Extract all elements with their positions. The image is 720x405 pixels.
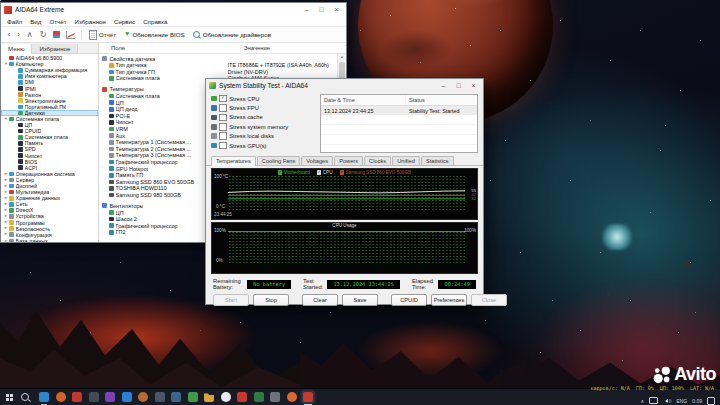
taskbar-app-11[interactable]: [221, 392, 231, 402]
log-col-datetime[interactable]: Date & Time: [321, 95, 406, 105]
checkbox[interactable]: [219, 142, 227, 150]
taskbar-app-5[interactable]: [105, 392, 115, 402]
sensor-properties-icon: [102, 56, 107, 61]
checkbox[interactable]: [219, 114, 227, 122]
clock[interactable]: 0:09: [692, 398, 702, 404]
legend-item[interactable]: ✓Samsung SSD 860 EVO 500GB: [340, 170, 412, 175]
sst-button-stop[interactable]: Stop: [253, 294, 289, 306]
taskbar-app-10[interactable]: [188, 392, 198, 402]
y-axis-max-label: 100 °C: [214, 175, 228, 180]
config-icon: [9, 232, 14, 237]
taskbar-app-9[interactable]: [171, 392, 181, 402]
language-indicator[interactable]: ENG: [676, 398, 687, 404]
kpi-panel-icon[interactable]: [53, 31, 60, 38]
menu-item-Избранное[interactable]: Избранное: [71, 18, 110, 25]
sst-close-button[interactable]: ×: [466, 80, 481, 91]
taskbar-app-4[interactable]: [89, 392, 99, 402]
legend-item[interactable]: ✓CPU: [317, 170, 333, 175]
sst-button-cpuid[interactable]: CPUID: [391, 294, 427, 306]
menu-item-Сервис[interactable]: Сервис: [110, 18, 139, 25]
sst-tab-Powers[interactable]: Powers: [334, 156, 363, 165]
close-button[interactable]: ×: [329, 4, 344, 15]
log-col-status[interactable]: Status: [406, 95, 428, 105]
start-button[interactable]: [6, 394, 13, 401]
aida64-titlebar[interactable]: AIDA64 Extreme – □ ×: [1, 3, 346, 16]
taskbar-app-15[interactable]: [287, 392, 297, 402]
taskbar-app-6[interactable]: [122, 392, 132, 402]
driver-update-button[interactable]: Обновление драйверов: [189, 29, 275, 41]
menu-item-Справка[interactable]: Справка: [139, 18, 171, 25]
sensor-group-title: Вентиляторы: [109, 203, 143, 209]
sst-button-preferences[interactable]: Preferences: [431, 294, 467, 306]
sensor-group-title: Температуры: [109, 86, 143, 92]
log-status: Stability Test: Started: [406, 108, 463, 114]
checkbox[interactable]: [219, 123, 227, 131]
taskbar-app-7[interactable]: [138, 392, 148, 402]
stress-option[interactable]: Stress FPU: [211, 103, 315, 112]
sst-tab-Voltages[interactable]: Voltages: [301, 156, 333, 165]
sst-tab-Unified[interactable]: Unified: [392, 156, 420, 165]
cpu-fan-icon: [109, 210, 114, 215]
navigation-tree: AIDA64 v6.80.5900▾КомпьютерСуммарная инф…: [1, 54, 98, 242]
menu-item-Вид[interactable]: Вид: [26, 18, 45, 25]
sst-tab-Cooling Fans[interactable]: Cooling Fans: [257, 156, 301, 165]
sst-maximize-button[interactable]: □: [451, 80, 466, 91]
up-icon[interactable]: ∧: [23, 31, 36, 39]
sensor-group-header: Свойства датчика: [99, 55, 337, 62]
tab-Избранное[interactable]: Избранное: [32, 44, 78, 53]
sst-minimize-button[interactable]: –: [436, 80, 451, 91]
network-icon[interactable]: [649, 397, 658, 404]
sst-button-clear[interactable]: Clear: [302, 294, 338, 306]
checkbox[interactable]: [219, 132, 227, 140]
report-button[interactable]: Отчёт: [85, 29, 120, 41]
legend-item[interactable]: ✓Motherboard: [278, 170, 310, 175]
back-icon[interactable]: ‹: [4, 31, 14, 39]
minimize-button[interactable]: –: [299, 4, 314, 15]
sst-tab-Statistics[interactable]: Statistics: [421, 156, 454, 165]
bios-update-button[interactable]: ▼ Обновление BIOS: [120, 29, 189, 41]
taskbar-app-3[interactable]: [72, 392, 82, 402]
volume-icon[interactable]: )): [663, 398, 671, 403]
taskbar-app-1[interactable]: [39, 392, 49, 402]
checkbox[interactable]: [219, 104, 227, 112]
maximize-button[interactable]: □: [314, 4, 329, 15]
sst-titlebar[interactable]: System Stability Test - AIDA64 – □ ×: [206, 79, 483, 92]
spd-icon: [18, 147, 23, 152]
stress-option[interactable]: Stress cache: [211, 113, 315, 122]
cpu-y-min-label: 0%: [216, 259, 223, 264]
report-icon: [89, 30, 97, 40]
taskbar-file-explorer[interactable]: [204, 392, 214, 402]
column-field[interactable]: Поле: [99, 45, 241, 51]
forward-icon[interactable]: ›: [14, 31, 24, 39]
refresh-icon[interactable]: ↻: [36, 31, 50, 39]
x-axis-time-label: 23:44:25: [214, 213, 232, 218]
taskbar-app-12[interactable]: [237, 392, 247, 402]
sst-button-save[interactable]: Save: [342, 294, 378, 306]
taskbar-app-8[interactable]: [155, 392, 165, 402]
tree-item-database[interactable]: ▸База данных: [1, 238, 98, 242]
elapsed-time-label: Elapsed Time:: [412, 278, 435, 290]
download-icon: ▼: [124, 31, 130, 38]
menu-item-Файл[interactable]: Файл: [3, 18, 26, 25]
stress-option[interactable]: Stress local disks: [211, 132, 315, 141]
taskbar-search-icon[interactable]: [21, 393, 29, 401]
tree-label: Хранение данных: [16, 195, 61, 201]
checkbox[interactable]: ✓: [219, 95, 227, 103]
scroll-up-icon[interactable]: ▲: [340, 54, 344, 61]
log-row[interactable]: 13.12.2024 23:44:25Stability Test: Start…: [321, 106, 477, 115]
stress-option[interactable]: ✓Stress CPU: [211, 94, 315, 103]
sst-tab-Temperatures[interactable]: Temperatures: [211, 156, 256, 166]
stress-option[interactable]: Stress GPU(s): [211, 141, 315, 150]
menu-item-Отчёт[interactable]: Отчёт: [45, 18, 70, 25]
notification-center-icon[interactable]: [707, 397, 715, 405]
tray-chevron-icon[interactable]: ∧: [641, 398, 645, 404]
taskbar-app-2[interactable]: [56, 392, 66, 402]
stress-option[interactable]: Stress system memory: [211, 122, 315, 131]
column-value[interactable]: Значение: [241, 45, 270, 51]
graph-icon[interactable]: [66, 31, 75, 39]
taskbar-aida64[interactable]: [303, 392, 313, 402]
taskbar-app-13[interactable]: [254, 392, 264, 402]
sst-tab-Clocks[interactable]: Clocks: [364, 156, 391, 165]
taskbar-app-14[interactable]: [270, 392, 280, 402]
tab-Меню[interactable]: Меню: [1, 44, 32, 54]
